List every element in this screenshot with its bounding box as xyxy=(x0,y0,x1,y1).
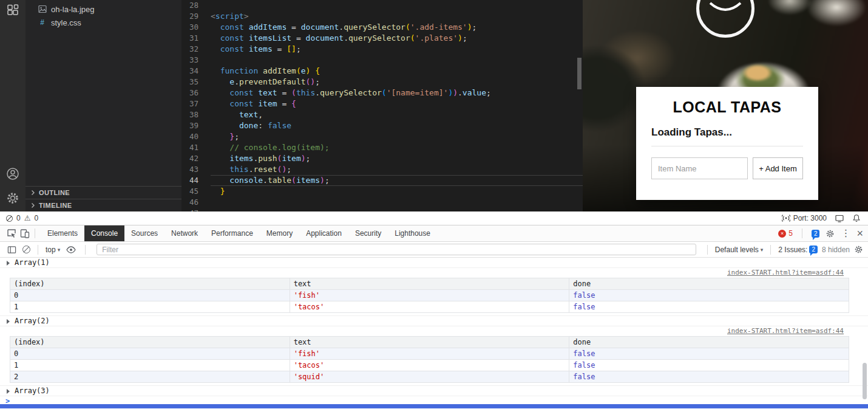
line-number: 30 xyxy=(181,22,211,33)
line-code: const items = []; xyxy=(211,44,583,55)
account-icon[interactable] xyxy=(5,167,20,181)
code-editor[interactable]: 2829<script>30 const addItems = document… xyxy=(181,0,583,211)
code-line-33[interactable]: 33 xyxy=(181,55,583,66)
error-count[interactable]: 0 xyxy=(16,214,21,222)
console-output[interactable]: Array(1)index-START.html?item=asdf:44(in… xyxy=(0,258,868,404)
table-cell: false xyxy=(569,290,849,301)
table-row[interactable]: 0'fish'false xyxy=(10,290,849,301)
console-toolbar: top ▾ Default levels ▾ 2 Issues: 2 8 xyxy=(0,242,868,258)
console-scrollbar-thumb[interactable] xyxy=(863,363,867,399)
table-header-cell[interactable]: (index) xyxy=(10,337,290,348)
disclosure-triangle-icon[interactable] xyxy=(7,319,10,324)
add-item-button[interactable]: + Add Item xyxy=(753,157,803,179)
line-number: 38 xyxy=(181,109,211,120)
code-line-43[interactable]: 43 this.reset(); xyxy=(181,164,583,175)
tab-elements[interactable]: Elements xyxy=(41,225,84,241)
clear-console-icon[interactable] xyxy=(22,246,30,253)
inspect-element-icon[interactable] xyxy=(5,227,18,240)
css-file-icon: # xyxy=(38,18,47,27)
notifications-bell-icon[interactable] xyxy=(852,214,861,222)
issues-badge[interactable]: 2 xyxy=(812,230,820,238)
devtools-kebab-menu-icon[interactable]: ⋮ xyxy=(841,229,850,238)
tab-security[interactable]: Security xyxy=(348,225,388,241)
console-settings-gear-icon[interactable] xyxy=(854,245,863,254)
code-line-42[interactable]: 42 items.push(item); xyxy=(181,153,583,164)
table-header-cell[interactable]: done xyxy=(569,337,849,348)
line-number: 47 xyxy=(181,208,211,211)
console-sidebar-icon[interactable] xyxy=(5,243,18,256)
issues-counter[interactable]: 2 Issues: 2 xyxy=(778,246,818,254)
code-line-30[interactable]: 30 const addItems = document.querySelect… xyxy=(181,22,583,33)
console-prompt[interactable]: > xyxy=(0,396,868,404)
console-filter-input[interactable] xyxy=(97,244,696,255)
devtools-close-icon[interactable]: × xyxy=(856,228,863,239)
table-row[interactable]: 1'tacos'false xyxy=(10,301,849,313)
tab-application[interactable]: Application xyxy=(299,225,348,241)
code-line-41[interactable]: 41 // console.log(item); xyxy=(181,142,583,153)
code-line-29[interactable]: 29<script> xyxy=(181,11,583,22)
file-style.css[interactable]: #style.css xyxy=(25,16,181,29)
table-header-cell[interactable]: (index) xyxy=(10,278,290,290)
line-code xyxy=(211,0,583,11)
devtools-settings-gear-icon[interactable] xyxy=(826,229,835,238)
hidden-messages-label[interactable]: 8 hidden xyxy=(822,246,850,254)
tapas-title: LOCAL TAPAS xyxy=(636,98,818,116)
source-link[interactable]: index-START.html?item=asdf:44 xyxy=(0,269,868,277)
code-line-47[interactable]: 47 xyxy=(181,208,583,211)
tab-network[interactable]: Network xyxy=(164,225,205,241)
code-line-36[interactable]: 36 const text = (this.querySelector('[na… xyxy=(181,88,583,98)
console-table: (index)textdone0'fish'false1'tacos'false… xyxy=(10,336,849,383)
line-code: const itemsList = document.querySelector… xyxy=(211,33,583,44)
table-row[interactable]: 0'fish'false xyxy=(10,348,849,360)
log-levels-selector[interactable]: Default levels ▾ xyxy=(715,246,764,254)
code-line-45[interactable]: 45 } xyxy=(181,186,583,197)
tab-memory[interactable]: Memory xyxy=(260,225,299,241)
code-line-35[interactable]: 35 e.preventDefault(); xyxy=(181,77,583,88)
disclosure-triangle-icon[interactable] xyxy=(7,389,10,394)
line-number: 37 xyxy=(181,98,211,109)
code-line-28[interactable]: 28 xyxy=(181,0,583,11)
source-link[interactable]: index-START.html?item=asdf:44 xyxy=(0,327,868,335)
screencast-icon[interactable] xyxy=(835,215,844,222)
extensions-icon[interactable] xyxy=(5,4,20,18)
timeline-section[interactable]: TIMELINE xyxy=(25,199,181,211)
tab-lighthouse[interactable]: Lighthouse xyxy=(388,225,437,241)
table-header-cell[interactable]: done xyxy=(569,278,849,290)
console-table: (index)textdone0'fish'false1'tacos'false xyxy=(10,278,849,313)
array-label: Array(2) xyxy=(15,317,50,325)
table-cell: false xyxy=(569,371,849,383)
console-error-badge[interactable]: × 5 xyxy=(778,229,793,238)
port-indicator[interactable]: Port: 3000 xyxy=(782,214,827,222)
explorer-sidebar: oh-la-la.jpeg#style.css OUTLINE TIMELINE xyxy=(25,0,181,211)
tab-console[interactable]: Console xyxy=(84,225,124,241)
table-cell: 'tacos' xyxy=(290,360,569,371)
code-line-37[interactable]: 37 const item = { xyxy=(181,98,583,109)
tab-sources[interactable]: Sources xyxy=(124,225,164,241)
disclosure-triangle-icon[interactable] xyxy=(7,261,10,266)
settings-gear-icon[interactable] xyxy=(5,191,20,205)
warning-count[interactable]: 0 xyxy=(34,214,38,222)
table-row[interactable]: 1'tacos'false xyxy=(10,360,849,371)
code-line-31[interactable]: 31 const itemsList = document.querySelec… xyxy=(181,33,583,44)
device-toolbar-icon[interactable] xyxy=(18,227,32,240)
table-header-cell[interactable]: text xyxy=(290,337,569,348)
file-oh-la-la.jpeg[interactable]: oh-la-la.jpeg xyxy=(25,2,181,16)
console-log-entry[interactable]: Array(3) xyxy=(0,386,868,396)
console-log-entry[interactable]: Array(2) xyxy=(0,316,868,326)
code-line-34[interactable]: 34 function addItem(e) { xyxy=(181,66,583,77)
live-expression-eye-icon[interactable] xyxy=(64,243,78,256)
code-line-38[interactable]: 38 text, xyxy=(181,109,583,120)
editor-scrollbar-thumb[interactable] xyxy=(577,58,581,89)
table-header-cell[interactable]: text xyxy=(290,278,569,290)
table-row[interactable]: 2'squid'false xyxy=(10,371,849,383)
item-name-input[interactable] xyxy=(651,157,748,179)
tab-performance[interactable]: Performance xyxy=(205,225,260,241)
outline-section[interactable]: OUTLINE xyxy=(25,186,181,199)
code-line-46[interactable]: 46 xyxy=(181,197,583,208)
code-line-44[interactable]: 44 console.table(items); xyxy=(181,175,583,186)
console-log-entry[interactable]: Array(1) xyxy=(0,258,868,268)
context-selector[interactable]: top ▾ xyxy=(46,246,60,254)
code-line-32[interactable]: 32 const items = []; xyxy=(181,44,583,55)
code-line-39[interactable]: 39 done: false xyxy=(181,120,583,131)
code-line-40[interactable]: 40 }; xyxy=(181,131,583,142)
